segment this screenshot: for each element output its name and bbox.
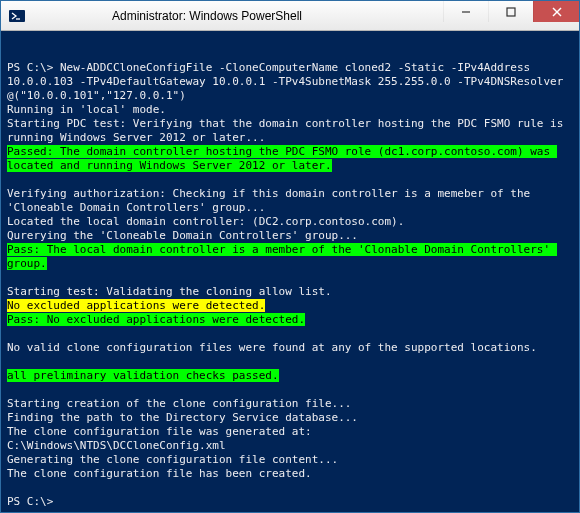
- terminal-content: PS C:\> New-ADDCCloneConfigFile -CloneCo…: [7, 61, 575, 509]
- terminal-line: The clone configuration file has been cr…: [7, 467, 575, 481]
- terminal-line: Finding the path to the Directory Servic…: [7, 411, 575, 425]
- pass-highlight: Passed: The domain controller hosting th…: [7, 145, 557, 172]
- terminal-line: Pass: No excluded applications were dete…: [7, 313, 575, 327]
- terminal-output[interactable]: PS C:\> New-ADDCCloneConfigFile -CloneCo…: [1, 31, 579, 512]
- terminal-line: Pass: The local domain controller is a m…: [7, 243, 575, 271]
- terminal-line: No excluded applications were detected.: [7, 299, 575, 313]
- minimize-icon: [461, 7, 471, 17]
- terminal-line: Located the local domain controller: (DC…: [7, 215, 575, 229]
- terminal-line: Qurerying the 'Cloneable Domain Controll…: [7, 229, 575, 243]
- terminal-line: [7, 327, 575, 341]
- terminal-line: Starting creation of the clone configura…: [7, 397, 575, 411]
- maximize-icon: [506, 7, 516, 17]
- terminal-line: Starting PDC test: Verifying that the do…: [7, 117, 575, 145]
- minimize-button[interactable]: [443, 1, 488, 22]
- terminal-line: PS C:\>: [7, 495, 575, 509]
- pass-highlight: Pass: No excluded applications were dete…: [7, 313, 305, 326]
- maximize-button[interactable]: [488, 1, 533, 22]
- terminal-line: Verifying authorization: Checking if thi…: [7, 187, 575, 215]
- close-icon: [552, 7, 562, 17]
- terminal-line: Generating the clone configuration file …: [7, 453, 575, 467]
- terminal-line: all preliminary validation checks passed…: [7, 369, 575, 383]
- terminal-line: [7, 355, 575, 369]
- close-button[interactable]: [533, 1, 579, 22]
- terminal-line: C:\Windows\NTDS\DCCloneConfig.xml: [7, 439, 575, 453]
- pass-highlight: Pass: The local domain controller is a m…: [7, 243, 557, 270]
- titlebar[interactable]: Administrator: Windows PowerShell: [1, 1, 579, 31]
- terminal-line: [7, 173, 575, 187]
- terminal-line: No valid clone configuration files were …: [7, 341, 575, 355]
- terminal-line: Running in 'local' mode.: [7, 103, 575, 117]
- warn-highlight: No excluded applications were detected.: [7, 299, 265, 312]
- terminal-line: Starting test: Validating the cloning al…: [7, 285, 575, 299]
- terminal-line: [7, 383, 575, 397]
- terminal-line: [7, 271, 575, 285]
- terminal-line: The clone configuration file was generat…: [7, 425, 575, 439]
- terminal-line: Passed: The domain controller hosting th…: [7, 145, 575, 173]
- terminal-line: PS C:\> New-ADDCCloneConfigFile -CloneCo…: [7, 61, 575, 103]
- pass-highlight: all preliminary validation checks passed…: [7, 369, 279, 382]
- terminal-line: [7, 481, 575, 495]
- window-title: Administrator: Windows PowerShell: [0, 9, 443, 23]
- window-controls: [443, 1, 579, 30]
- svg-rect-3: [507, 8, 515, 16]
- app-window: Administrator: Windows PowerShell PS C:\…: [0, 0, 580, 513]
